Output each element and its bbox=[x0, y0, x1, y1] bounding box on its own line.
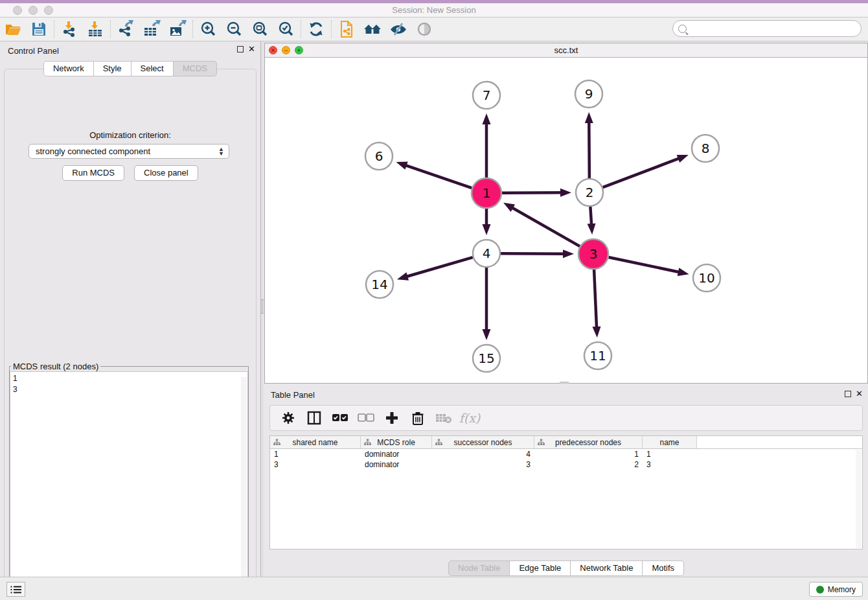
cell-predecessor-nodes[interactable]: 2 bbox=[534, 459, 643, 470]
zoom-fit-icon[interactable] bbox=[247, 19, 273, 40]
toolbar-separator bbox=[192, 20, 193, 38]
export-network-icon[interactable] bbox=[113, 19, 139, 40]
tab-select[interactable]: Select bbox=[131, 61, 174, 76]
toolbar-separator bbox=[301, 20, 301, 38]
tab-node-table[interactable]: Node Table bbox=[448, 560, 510, 576]
split-columns-icon[interactable] bbox=[303, 408, 326, 428]
column-header-shared-name[interactable]: shared name bbox=[270, 436, 361, 448]
cell-name[interactable]: 1 bbox=[643, 449, 697, 459]
network-graph[interactable]: 7968124314101511 bbox=[265, 58, 867, 383]
node-label-1: 1 bbox=[483, 185, 491, 201]
select-stepper-icon: ▲▼ bbox=[218, 147, 224, 156]
column-header-successor-nodes[interactable]: successor nodes bbox=[432, 436, 534, 448]
edge-3-11[interactable] bbox=[594, 270, 597, 329]
edge-3-10[interactable] bbox=[608, 257, 680, 272]
table-toolbar: f(x) bbox=[269, 405, 863, 431]
arrowhead-2-3 bbox=[588, 224, 596, 235]
close-table-panel-icon[interactable]: ✕ bbox=[856, 391, 863, 397]
table-row[interactable]: 1dominator411 bbox=[270, 449, 862, 459]
network-window-titlebar[interactable]: ✕ − + scc.txt bbox=[265, 43, 867, 58]
search-input[interactable] bbox=[690, 22, 861, 35]
node-label-6: 6 bbox=[375, 148, 383, 164]
edge-3-1[interactable] bbox=[511, 207, 580, 246]
arrowhead-2-9 bbox=[585, 112, 593, 123]
network-canvas[interactable]: 7968124314101511 bbox=[265, 58, 867, 383]
cell-successor-nodes[interactable]: 3 bbox=[432, 459, 534, 470]
gear-icon[interactable] bbox=[277, 408, 300, 428]
edge-4-14[interactable] bbox=[405, 257, 473, 277]
memory-button[interactable]: Memory bbox=[809, 582, 863, 597]
edge-2-3[interactable] bbox=[590, 207, 591, 225]
column-header-predecessor-nodes[interactable]: predecessor nodes bbox=[534, 436, 643, 448]
edge-4-3[interactable] bbox=[501, 253, 565, 254]
refresh-icon[interactable] bbox=[303, 19, 329, 40]
tab-network[interactable]: Network bbox=[43, 61, 94, 76]
cell-predecessor-nodes[interactable]: 1 bbox=[534, 449, 643, 459]
network-resize-grip[interactable] bbox=[560, 382, 569, 384]
show-all-icon[interactable] bbox=[411, 19, 437, 40]
edge-2-8[interactable] bbox=[603, 158, 680, 187]
cell-successor-nodes[interactable]: 4 bbox=[432, 449, 534, 459]
node-label-11: 11 bbox=[589, 348, 606, 363]
function-builder-icon[interactable]: f(x) bbox=[458, 408, 481, 428]
new-network-from-selection-icon[interactable] bbox=[334, 19, 360, 40]
cell-MCDS-role[interactable]: dominator bbox=[361, 449, 432, 459]
tab-network-table[interactable]: Network Table bbox=[571, 560, 643, 576]
cell-MCDS-role[interactable]: dominator bbox=[361, 459, 432, 470]
open-file-icon[interactable] bbox=[0, 19, 26, 40]
edge-1-2[interactable] bbox=[502, 192, 562, 193]
close-panel-icon[interactable]: ✕ bbox=[248, 46, 255, 52]
hide-selected-icon[interactable] bbox=[385, 19, 411, 40]
first-neighbors-icon[interactable] bbox=[360, 19, 385, 40]
table-row[interactable]: 3dominator323 bbox=[270, 459, 862, 470]
float-panel-icon[interactable] bbox=[237, 46, 244, 52]
node-table-header: shared nameMCDS rolesuccessor nodesprede… bbox=[270, 436, 862, 449]
edge-2-9[interactable] bbox=[589, 121, 589, 178]
column-header-name[interactable]: name bbox=[643, 436, 697, 448]
edge-1-6[interactable] bbox=[405, 165, 472, 189]
column-header-MCDS-role[interactable]: MCDS role bbox=[361, 436, 432, 448]
node-label-15: 15 bbox=[478, 351, 494, 366]
arrowhead-1-2 bbox=[560, 189, 571, 197]
import-network-icon[interactable] bbox=[56, 19, 82, 40]
run-mcds-button[interactable]: Run MCDS bbox=[62, 165, 124, 181]
arrowhead-4-3 bbox=[563, 249, 574, 258]
tab-mcds[interactable]: MCDS bbox=[174, 61, 217, 76]
export-image-icon[interactable] bbox=[165, 19, 190, 40]
arrowhead-4-15 bbox=[483, 329, 491, 340]
deselect-all-columns-icon[interactable] bbox=[354, 408, 378, 428]
arrowhead-2-8 bbox=[677, 155, 689, 163]
cell-shared-name[interactable]: 3 bbox=[270, 459, 361, 470]
search-icon bbox=[678, 25, 687, 33]
save-session-icon[interactable] bbox=[26, 19, 52, 40]
table-panel: Table Panel ✕ bbox=[264, 386, 868, 575]
zoom-out-icon[interactable] bbox=[221, 19, 247, 40]
zoom-in-icon[interactable] bbox=[195, 19, 221, 40]
delete-table-icon[interactable] bbox=[432, 408, 455, 428]
tab-style[interactable]: Style bbox=[94, 61, 131, 76]
network-view-title: scc.txt bbox=[265, 45, 867, 55]
cell-name[interactable]: 3 bbox=[643, 459, 697, 470]
zoom-selected-icon[interactable] bbox=[273, 19, 299, 40]
node-label-10: 10 bbox=[698, 270, 714, 286]
divider-grip[interactable] bbox=[261, 299, 264, 314]
select-all-columns-icon[interactable] bbox=[328, 408, 352, 428]
cell-shared-name[interactable]: 1 bbox=[270, 449, 361, 459]
node-label-7: 7 bbox=[483, 87, 491, 103]
table-scrollbar[interactable] bbox=[856, 450, 862, 548]
node-table: shared nameMCDS rolesuccessor nodesprede… bbox=[269, 435, 863, 549]
float-table-panel-icon[interactable] bbox=[845, 391, 851, 397]
tab-edge-table[interactable]: Edge Table bbox=[510, 560, 571, 576]
import-table-icon[interactable] bbox=[82, 19, 108, 40]
result-scrollbar[interactable] bbox=[241, 377, 247, 600]
export-table-icon[interactable] bbox=[139, 19, 165, 40]
add-column-icon[interactable] bbox=[380, 408, 404, 428]
close-panel-button[interactable]: Close panel bbox=[134, 165, 198, 181]
tab-motifs[interactable]: Motifs bbox=[643, 560, 684, 576]
node-label-2: 2 bbox=[586, 185, 594, 200]
mcds-result-text[interactable]: 1 3 bbox=[10, 371, 248, 595]
task-history-icon[interactable] bbox=[6, 582, 25, 597]
delete-column-icon[interactable] bbox=[406, 408, 429, 428]
criterion-select[interactable]: strongly connected component ▲▼ bbox=[29, 144, 229, 159]
panel-divider[interactable] bbox=[260, 41, 264, 577]
